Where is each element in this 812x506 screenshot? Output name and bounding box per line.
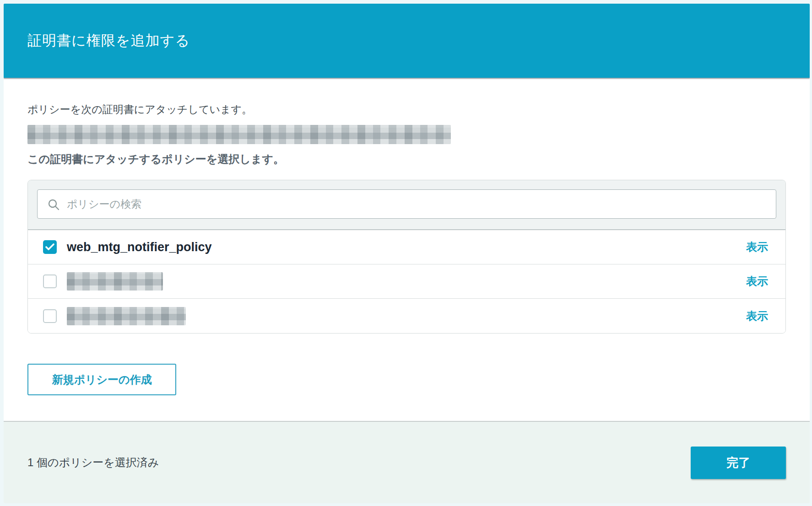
policy-search-area [28,180,785,230]
view-policy-link[interactable]: 表示 [746,240,768,254]
instruction-text: この証明書にアタッチするポリシーを選択します。 [27,152,786,166]
dialog-body: ポリシーを次の証明書にアタッチしています。 この証明書にアタッチするポリシーを選… [4,78,810,421]
policy-row[interactable]: 表示 [28,264,785,299]
create-new-policy-button[interactable]: 新規ポリシーの作成 [27,364,176,395]
checkmark-icon [45,243,54,251]
policy-name-redacted [67,307,186,325]
dialog-footer: 1 個のポリシーを選択済み 完了 [4,421,810,503]
view-policy-link[interactable]: 表示 [746,274,768,289]
selected-count-text: 1 個のポリシーを選択済み [27,455,159,470]
policy-list-panel: web_mtg_notifier_policy 表示 表示 表示 [27,180,786,334]
policy-checkbox-unchecked[interactable] [43,275,57,288]
page-title: 証明書に権限を追加する [27,31,190,50]
intro-text: ポリシーを次の証明書にアタッチしています。 [27,102,786,117]
policy-row[interactable]: 表示 [28,299,785,333]
policy-name: web_mtg_notifier_policy [67,240,212,254]
view-policy-link[interactable]: 表示 [746,309,768,323]
policy-search-input[interactable] [38,190,776,218]
policy-checkbox-unchecked[interactable] [43,309,57,323]
done-button[interactable]: 完了 [691,447,786,479]
search-box [37,189,776,219]
certificate-id-redacted [27,125,451,144]
policy-checkbox-checked[interactable] [43,240,57,254]
attach-policy-dialog: 証明書に権限を追加する ポリシーを次の証明書にアタッチしています。 この証明書に… [4,4,810,503]
dialog-header: 証明書に権限を追加する [4,4,810,78]
policy-row[interactable]: web_mtg_notifier_policy 表示 [28,230,785,264]
search-icon [48,199,60,210]
policy-name-redacted [67,272,163,291]
